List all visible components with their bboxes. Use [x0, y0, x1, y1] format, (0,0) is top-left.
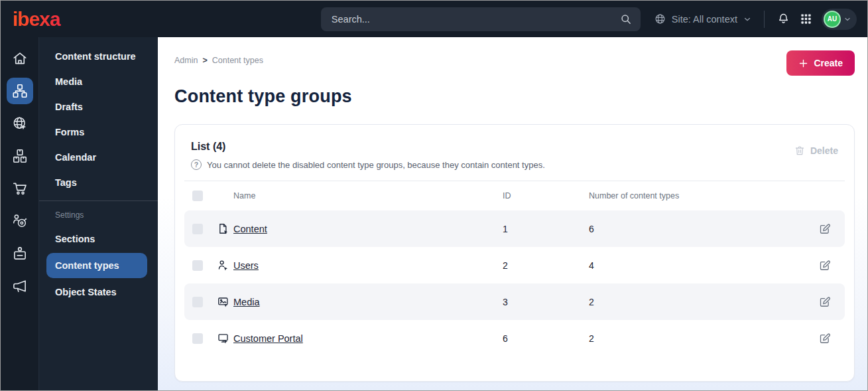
- bell-icon: [776, 12, 790, 26]
- question-icon: ?: [191, 159, 202, 170]
- monitor-icon: [212, 332, 233, 345]
- rail-item-home[interactable]: [7, 45, 33, 72]
- sidebar-item-content-structure[interactable]: Content structure: [39, 44, 158, 69]
- sidebar-divider: [39, 200, 158, 201]
- table-row: Customer Portal 6 2: [184, 320, 845, 356]
- rail-item-campaigns[interactable]: [7, 273, 33, 299]
- rail-item-site[interactable]: [7, 110, 33, 137]
- globe-cursor-icon: [11, 115, 29, 132]
- row-count: 4: [589, 260, 818, 271]
- table-row: Media 3 2: [184, 283, 845, 320]
- rail-item-segments[interactable]: [7, 208, 33, 234]
- side-menu: Content structure Media Drafts Forms Cal…: [39, 37, 158, 390]
- breadcrumb: Admin > Content types: [174, 50, 263, 65]
- row-checkbox[interactable]: [192, 224, 203, 234]
- rail-item-subscriptions[interactable]: [7, 240, 33, 267]
- app-window: ibexa Search... Site: All context: [0, 0, 868, 391]
- edit-button[interactable]: [818, 332, 837, 345]
- rail-item-product-catalog[interactable]: [7, 143, 33, 169]
- grid-icon: [800, 13, 812, 25]
- row-checkbox[interactable]: [192, 333, 203, 344]
- avatar: AU: [824, 11, 841, 28]
- list-card: List (4) ? You cannot delete the disable…: [174, 124, 855, 382]
- cart-icon: [11, 180, 29, 197]
- edit-button[interactable]: [818, 259, 837, 272]
- edit-button[interactable]: [818, 222, 837, 236]
- chevron-down-icon: [843, 15, 851, 23]
- globe-icon: [654, 13, 666, 25]
- sidebar-item-media[interactable]: Media: [39, 69, 158, 94]
- file-icon: [212, 222, 233, 235]
- row-id: 3: [503, 297, 589, 307]
- list-help: ? You cannot delete the disabled content…: [191, 159, 545, 170]
- home-icon: [11, 50, 29, 67]
- breadcrumb-separator: >: [202, 56, 207, 65]
- badge-icon: [11, 245, 29, 262]
- delete-button[interactable]: Delete: [794, 145, 838, 157]
- group-link-customer-portal[interactable]: Customer Portal: [233, 333, 303, 344]
- sitemap-icon: [11, 82, 29, 100]
- row-checkbox[interactable]: [192, 297, 203, 307]
- topbar-controls: Site: All context: [641, 9, 867, 30]
- column-header-name: Name: [233, 191, 503, 200]
- row-count: 2: [589, 297, 818, 307]
- row-checkbox[interactable]: [192, 260, 203, 271]
- table-row: Content 1 6: [184, 210, 845, 247]
- boxes-icon: [11, 147, 29, 165]
- search-icon: [619, 13, 633, 26]
- search-input[interactable]: Search...: [321, 7, 641, 31]
- image-icon: [212, 295, 233, 308]
- target-person-icon: [11, 212, 29, 230]
- table-row: Users 2 4: [184, 247, 845, 283]
- icon-rail: [1, 37, 39, 390]
- row-count: 6: [589, 224, 818, 234]
- app-switcher-button[interactable]: [800, 13, 812, 25]
- trash-icon: [794, 145, 806, 157]
- sidebar-item-tags[interactable]: Tags: [39, 170, 158, 195]
- topbar-divider: [764, 11, 765, 28]
- rail-item-content-structure[interactable]: [7, 78, 33, 104]
- site-context-selector[interactable]: Site: All context: [654, 13, 752, 25]
- group-link-users[interactable]: Users: [233, 260, 259, 271]
- sidebar-item-sections[interactable]: Sections: [39, 226, 158, 252]
- group-link-media[interactable]: Media: [233, 297, 260, 307]
- table-header: Name ID Number of content types: [184, 181, 845, 210]
- create-button[interactable]: Create: [786, 50, 855, 76]
- delete-button-label: Delete: [810, 145, 838, 156]
- sidebar-item-object-states[interactable]: Object States: [39, 279, 158, 305]
- user-menu[interactable]: AU: [822, 9, 857, 30]
- row-id: 1: [503, 224, 589, 234]
- sidebar-item-content-types[interactable]: Content types: [46, 253, 147, 278]
- topbar: ibexa Search... Site: All context: [1, 1, 867, 37]
- ibexa-logo[interactable]: ibexa: [1, 9, 158, 29]
- rail-item-commerce[interactable]: [7, 175, 33, 202]
- site-context-label: Site: All context: [672, 14, 737, 25]
- sidebar-item-forms[interactable]: Forms: [39, 119, 158, 145]
- plus-icon: [798, 58, 808, 68]
- chevron-down-icon: [743, 15, 752, 24]
- breadcrumb-admin[interactable]: Admin: [174, 56, 198, 65]
- create-button-label: Create: [814, 58, 843, 68]
- row-count: 2: [589, 333, 818, 344]
- search-placeholder: Search...: [332, 14, 619, 25]
- group-link-content[interactable]: Content: [233, 224, 267, 234]
- notifications-button[interactable]: [776, 12, 790, 26]
- column-header-count: Number of content types: [589, 191, 818, 200]
- page-title: Content type groups: [174, 86, 855, 107]
- main-content: Admin > Content types Create Content typ…: [158, 37, 867, 390]
- user-icon: [212, 259, 233, 272]
- row-id: 6: [503, 333, 589, 344]
- list-help-text: You cannot delete the disabled content t…: [207, 160, 545, 170]
- sidebar-settings-label: Settings: [39, 208, 158, 226]
- megaphone-icon: [11, 277, 29, 295]
- select-all-checkbox[interactable]: [192, 191, 203, 201]
- sidebar-item-calendar[interactable]: Calendar: [39, 145, 158, 170]
- row-id: 2: [503, 260, 589, 271]
- edit-button[interactable]: [818, 295, 837, 309]
- list-title: List (4): [191, 141, 545, 153]
- column-header-id: ID: [503, 191, 589, 200]
- breadcrumb-content-types[interactable]: Content types: [212, 56, 263, 65]
- sidebar-item-drafts[interactable]: Drafts: [39, 94, 158, 119]
